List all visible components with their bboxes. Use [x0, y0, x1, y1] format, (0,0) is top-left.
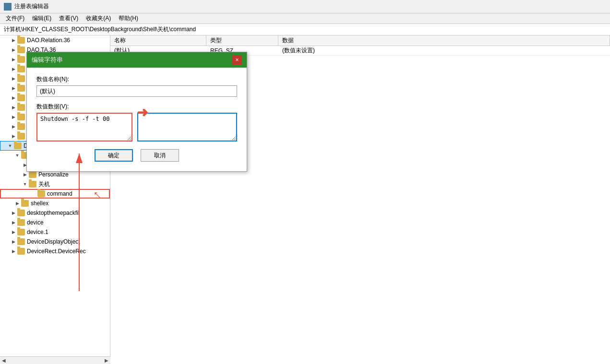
- dialog-titlebar: 编辑字符串 ×: [27, 52, 247, 68]
- dialog-close-button[interactable]: ×: [232, 55, 242, 65]
- dialog-overlay: 编辑字符串 × 数值名称(N): 数值数据(V): Shutdown -s -f…: [0, 0, 610, 364]
- dialog-title: 编辑字符串: [32, 56, 63, 64]
- arrow-up-indicator: ↑: [89, 187, 105, 203]
- name-input[interactable]: [36, 85, 237, 97]
- ok-button[interactable]: 确定: [95, 149, 133, 162]
- name-field-label: 数值名称(N):: [36, 75, 237, 83]
- data-value-input-right[interactable]: [137, 113, 237, 141]
- cancel-button[interactable]: 取消: [141, 149, 179, 162]
- data-value-input[interactable]: Shutdown -s -f -t 00: [36, 113, 132, 141]
- arrow-right-indicator: ➜: [137, 105, 148, 120]
- dialog-buttons: 确定 取消: [36, 149, 237, 164]
